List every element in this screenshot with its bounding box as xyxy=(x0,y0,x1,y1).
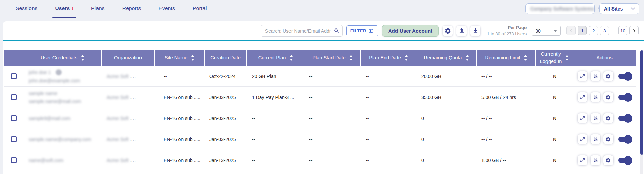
search-input[interactable] xyxy=(261,25,343,37)
settings-button[interactable] xyxy=(443,26,453,36)
status-toggle[interactable] xyxy=(618,95,631,100)
sort-arrows-icon[interactable] xyxy=(290,55,293,61)
redacted-user-email: sample.name@mail.com xyxy=(29,99,81,104)
add-user-account-button[interactable]: Add User Account xyxy=(382,25,439,37)
expand-icon xyxy=(580,115,585,121)
column-header-remaining-quota[interactable]: Remaining Quota xyxy=(416,50,477,66)
row-settings-button[interactable] xyxy=(603,134,613,144)
select-caret-icon xyxy=(554,30,557,32)
plan-info-icon xyxy=(593,115,598,121)
gear-icon xyxy=(605,73,611,79)
row-settings-button[interactable] xyxy=(603,71,613,81)
cell-logged-in: N xyxy=(536,129,573,150)
tab-sessions[interactable]: Sessions xyxy=(7,1,46,16)
page-button-1[interactable]: 1 xyxy=(578,26,587,35)
users-table: User Credentials Organization Site Name … xyxy=(4,50,636,171)
sort-arrows-icon[interactable] xyxy=(191,55,194,61)
redacted-organization: Acme Soft xyxy=(107,116,129,121)
row-checkbox[interactable] xyxy=(11,94,17,100)
pagination-ellipsis: ... xyxy=(611,28,616,33)
plan-info-button[interactable] xyxy=(591,155,600,165)
prev-page-button[interactable] xyxy=(566,26,576,35)
gear-icon xyxy=(605,94,611,100)
sort-arrows-icon[interactable] xyxy=(405,55,408,61)
cell-plan-end-date: -- xyxy=(361,129,416,150)
page-button-10[interactable]: 10 xyxy=(618,26,627,35)
organization-dropdown[interactable]: Company Software Systems xyxy=(525,3,595,14)
row-checkbox[interactable] xyxy=(11,136,17,142)
toggle-knob-icon xyxy=(624,72,632,81)
redacted-user-email: sample.name@company.com xyxy=(29,137,91,142)
sort-arrows-icon[interactable] xyxy=(566,55,568,61)
tab-portal[interactable]: Portal xyxy=(184,1,216,16)
plan-info-button[interactable] xyxy=(591,134,600,144)
cell-plan-start-date: -- xyxy=(304,108,361,129)
per-page-select[interactable]: 30 xyxy=(532,26,561,36)
tab-plans[interactable]: Plans xyxy=(82,1,113,16)
table-row: sample9@mail.comAcme Soft....EN-16 on su… xyxy=(4,108,636,129)
main-tabs: Sessions Users! Plans Reports Events Por… xyxy=(0,0,216,16)
cell-plan-end-date: -- xyxy=(361,150,416,171)
expand-button[interactable] xyxy=(578,92,587,102)
row-settings-button[interactable] xyxy=(603,113,613,123)
per-page-info: Per Page 1 to 30 of 273 Users xyxy=(487,25,527,37)
expand-button[interactable] xyxy=(578,134,587,144)
column-header-currently-logged-in[interactable]: CurrentlyLogged In xyxy=(536,50,573,66)
cell-plan-start-date: -- xyxy=(304,150,361,171)
sites-dropdown[interactable]: All Sites xyxy=(599,3,639,14)
row-checkbox[interactable] xyxy=(11,157,17,163)
results-range-text: 1 to 30 of 273 Users xyxy=(487,31,527,37)
filter-button[interactable]: FILTER xyxy=(346,25,378,36)
status-toggle[interactable] xyxy=(618,158,631,163)
row-settings-button[interactable] xyxy=(603,155,613,165)
plan-info-button[interactable] xyxy=(591,113,600,123)
cell-user-credentials: name@soft.com xyxy=(23,150,102,171)
status-toggle[interactable] xyxy=(618,137,631,142)
search-icon[interactable] xyxy=(334,28,340,34)
column-header-current-plan[interactable]: Current Plan xyxy=(247,50,304,66)
status-toggle[interactable] xyxy=(618,74,631,79)
plan-info-button[interactable] xyxy=(591,92,600,102)
sort-arrows-icon[interactable] xyxy=(81,55,84,61)
toggle-knob-icon xyxy=(624,135,632,144)
cell-creation-date: Oct-22-2024 xyxy=(205,66,247,86)
expand-button[interactable] xyxy=(578,71,587,81)
plan-info-icon xyxy=(593,73,598,79)
cell-user-credentials: sample9@mail.com xyxy=(23,108,102,129)
sort-arrows-icon[interactable] xyxy=(466,55,469,61)
download-button[interactable] xyxy=(470,26,480,36)
column-header-plan-end-date[interactable]: Plan End Date xyxy=(361,50,416,66)
chevron-left-icon xyxy=(569,28,573,33)
expand-button[interactable] xyxy=(578,155,587,165)
next-page-button[interactable] xyxy=(629,26,639,35)
column-header-site-name[interactable]: Site Name xyxy=(155,50,205,66)
page-button-2[interactable]: 2 xyxy=(589,26,598,35)
redacted-user-email: name@soft.com xyxy=(29,158,63,163)
cell-actions xyxy=(573,66,636,86)
cell-site-name: EN-16 on sub ..... xyxy=(155,129,205,150)
tab-events[interactable]: Events xyxy=(150,1,184,16)
row-checkbox[interactable] xyxy=(11,115,17,121)
table-scrollbar-thumb[interactable] xyxy=(640,50,643,155)
sort-arrows-icon[interactable] xyxy=(350,55,352,61)
page-button-3[interactable]: 3 xyxy=(600,26,609,35)
cell-logged-in: N xyxy=(536,150,573,171)
tab-users[interactable]: Users! xyxy=(46,1,82,16)
column-header-user-credentials[interactable]: User Credentials xyxy=(23,50,102,66)
tab-reports[interactable]: Reports xyxy=(113,1,150,16)
gear-icon xyxy=(605,157,611,163)
column-header-plan-start-date[interactable]: Plan Start Date xyxy=(304,50,361,66)
plan-info-button[interactable] xyxy=(591,71,600,81)
sites-dropdown-value: All Sites xyxy=(604,6,623,12)
search-box xyxy=(261,25,343,37)
filter-sliders-icon xyxy=(369,28,374,34)
column-header-remaining-limit[interactable]: Remaining Limit xyxy=(477,50,536,66)
expand-icon xyxy=(580,73,585,79)
row-settings-button[interactable] xyxy=(603,92,613,102)
upload-button[interactable] xyxy=(456,26,467,36)
sort-arrows-icon[interactable] xyxy=(524,55,527,61)
expand-button[interactable] xyxy=(578,113,587,123)
status-toggle[interactable] xyxy=(618,116,631,121)
row-checkbox[interactable] xyxy=(11,73,17,79)
cell-select xyxy=(4,129,23,150)
